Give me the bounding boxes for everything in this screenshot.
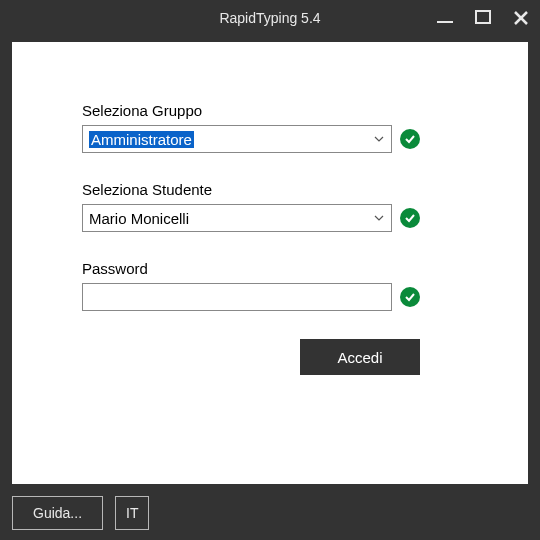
group-label: Seleziona Gruppo [82, 102, 442, 119]
password-field-block: Password [82, 260, 442, 311]
help-button[interactable]: Guida... [12, 496, 103, 530]
check-icon [400, 129, 420, 149]
student-field: Seleziona Studente Mario Monicelli [82, 181, 442, 232]
window-title: RapidTyping 5.4 [219, 10, 320, 26]
chevron-down-icon [371, 210, 387, 226]
group-select[interactable]: Amministratore [82, 125, 392, 153]
chevron-down-icon [371, 131, 387, 147]
password-field[interactable] [82, 283, 392, 311]
student-select[interactable]: Mario Monicelli [82, 204, 392, 232]
footer-bar: Guida... IT [12, 496, 149, 530]
password-label: Password [82, 260, 442, 277]
group-select-value: Amministratore [89, 131, 194, 148]
maximize-icon[interactable] [472, 7, 494, 29]
svg-rect-1 [476, 11, 490, 23]
group-field: Seleziona Gruppo Amministratore [82, 102, 442, 153]
window-controls [434, 0, 532, 36]
login-panel: Seleziona Gruppo Amministratore Selezion… [12, 42, 528, 484]
student-label: Seleziona Studente [82, 181, 442, 198]
student-select-value: Mario Monicelli [89, 210, 189, 227]
check-icon [400, 208, 420, 228]
login-button[interactable]: Accedi [300, 339, 420, 375]
minimize-icon[interactable] [434, 7, 456, 29]
language-button[interactable]: IT [115, 496, 149, 530]
close-icon[interactable] [510, 7, 532, 29]
login-form: Seleziona Gruppo Amministratore Selezion… [82, 102, 442, 375]
check-icon [400, 287, 420, 307]
titlebar: RapidTyping 5.4 [0, 0, 540, 36]
